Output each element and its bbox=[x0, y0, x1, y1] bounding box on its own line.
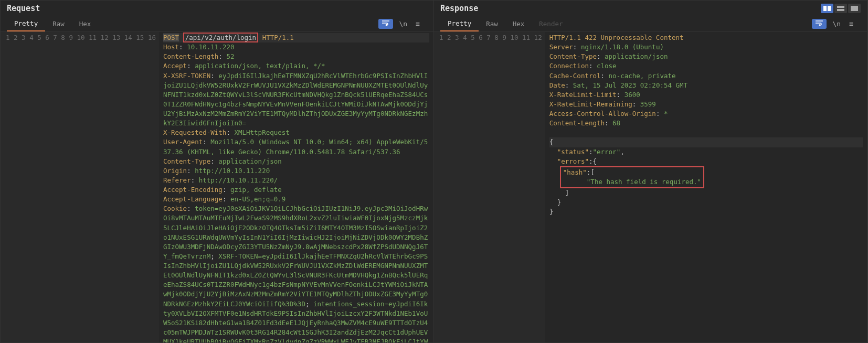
request-pane: Request Pretty Raw Hex \n ≡ 1 2 3 4 5 6 … bbox=[1, 1, 434, 342]
tab-hex[interactable]: Hex bbox=[72, 17, 99, 31]
tab-raw[interactable]: Raw bbox=[479, 17, 505, 31]
svg-rect-2 bbox=[837, 6, 844, 8]
tab-render[interactable]: Render bbox=[532, 17, 570, 31]
layout-split-icon[interactable] bbox=[821, 4, 833, 13]
tab-pretty[interactable]: Pretty bbox=[7, 16, 45, 31]
tab-hex[interactable]: Hex bbox=[505, 17, 532, 31]
response-tabs: Pretty Raw Hex Render \n ≡ bbox=[434, 13, 867, 32]
newline-icon[interactable]: \n bbox=[831, 19, 843, 29]
svg-rect-0 bbox=[823, 6, 827, 11]
newline-icon[interactable]: \n bbox=[397, 19, 410, 29]
layout-single-icon[interactable] bbox=[848, 4, 861, 13]
view-layout-toggles bbox=[821, 4, 861, 13]
svg-rect-1 bbox=[828, 6, 831, 11]
svg-rect-4 bbox=[851, 6, 858, 11]
response-editor[interactable]: 1 2 3 4 5 6 7 8 9 10 11 12 HTTP/1.1 422 … bbox=[434, 32, 867, 342]
request-tabs: Pretty Raw Hex \n ≡ bbox=[1, 13, 433, 32]
response-title: Response bbox=[440, 4, 478, 13]
svg-rect-3 bbox=[837, 9, 844, 11]
request-editor[interactable]: 1 2 3 4 5 6 7 8 9 10 11 12 13 14 15 16 P… bbox=[1, 32, 433, 342]
tab-pretty[interactable]: Pretty bbox=[440, 16, 479, 31]
wrap-icon[interactable] bbox=[812, 19, 827, 29]
response-pane: Response Pretty Raw Hex Render \n ≡ 1 2 … bbox=[434, 1, 867, 342]
menu-icon[interactable]: ≡ bbox=[847, 19, 855, 29]
tab-raw[interactable]: Raw bbox=[45, 17, 72, 31]
wrap-icon[interactable] bbox=[378, 19, 393, 29]
menu-icon[interactable]: ≡ bbox=[414, 19, 422, 29]
layout-top-icon[interactable] bbox=[834, 4, 847, 13]
request-title: Request bbox=[7, 4, 40, 13]
